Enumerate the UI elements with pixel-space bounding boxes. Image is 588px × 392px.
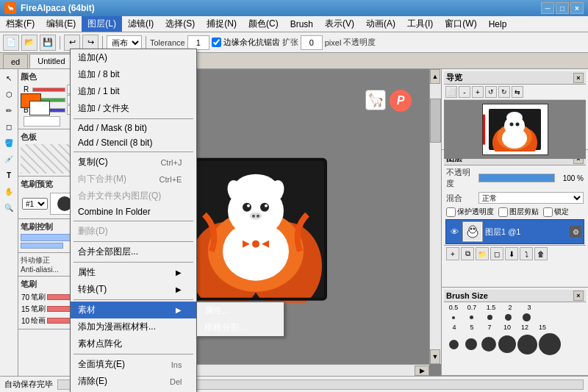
bs-dot-5[interactable] [465,338,477,350]
maximize-button[interactable]: □ [556,2,569,14]
tab-ed[interactable]: ed [3,54,28,68]
menu-view[interactable]: 表示(V) [319,16,360,32]
protect-checkbox[interactable]: 保护透明度 [446,207,494,217]
bs-dot-07[interactable] [470,316,473,319]
close-button[interactable]: × [570,2,584,14]
menu-add-8bit[interactable]: 追加 / 8 bit [71,66,196,83]
layer-delete-btn[interactable]: 🗑 [534,247,548,260]
layer-eye-icon[interactable]: 👁 [448,226,460,238]
bs-dot-15[interactable] [539,333,561,355]
avatar-icon[interactable]: 🦙 [365,90,386,110]
tool-zoom[interactable]: 🔍 [1,200,16,215]
new-button[interactable]: 📄 [3,35,19,51]
menu-copy-layer[interactable]: 复制(C) Ctrl+J [71,154,196,171]
layer-gear-btn[interactable]: ⚙ [570,226,581,238]
menu-help[interactable]: Help [483,16,513,32]
clip-checkbox[interactable]: 图层剪贴 [498,207,539,217]
menu-merge-down[interactable]: 向下合并(M) Ctrl+E [71,171,196,188]
nav-flip-btn[interactable]: ⇆ [512,86,523,98]
menu-add-folder[interactable]: 追加 / 文件夹 [71,100,196,117]
menu-clear[interactable]: 清除(E) Del [71,373,196,390]
tool-pen[interactable]: ✏ [1,103,16,118]
opacity-bar-container[interactable] [478,174,555,182]
menu-add-stencil[interactable]: Add / Stencil (8 bit) [71,135,196,150]
menu-window[interactable]: 窗口(W) [439,16,482,32]
save-button[interactable]: 💾 [40,35,56,51]
tool-eyedropper[interactable]: 💉 [1,152,16,166]
menu-combine-folder[interactable]: Combine In Folder [71,204,196,219]
menu-add-mask[interactable]: Add / Mask (8 bit) [71,121,196,135]
bs-dot-3[interactable] [523,313,531,321]
patreon-icon[interactable]: P [390,90,412,112]
menu-animation[interactable]: 动画(A) [360,16,401,32]
layer-mask-btn[interactable]: ◻ [490,247,503,260]
blend-select[interactable]: 正常 [478,192,584,204]
menu-layer[interactable]: 图层(L) [82,16,122,32]
minimize-button[interactable]: ─ [541,2,554,14]
menu-tools[interactable]: 工具(I) [401,16,439,32]
scroll-down-btn[interactable]: ▼ [430,349,440,364]
submenu-frame-split[interactable]: 框格分割... [197,319,284,336]
layer-item-1[interactable]: 👁 图层1 @1 ⚙ [445,219,584,244]
expand-input[interactable] [301,35,323,50]
menu-delete-layer[interactable]: 删除(D) [71,223,196,240]
menu-add[interactable]: 追加(A) [71,49,196,66]
nav-rotate-left-btn[interactable]: ↺ [485,86,497,98]
bs-dot-4[interactable] [449,340,459,349]
menu-color[interactable]: 颜色(C) [243,16,284,32]
navigator-close-btn[interactable]: × [573,73,584,83]
tool-eraser[interactable]: ◻ [1,119,16,134]
layer-copy-btn[interactable]: ⧉ [461,247,474,260]
menu-merge-folder[interactable]: 合并文件夹内图层(Q) [71,188,196,204]
tab-untitled[interactable]: Untitled [29,54,73,68]
brush-control-bar2[interactable] [21,243,63,249]
canvas-select[interactable]: 画布 [107,35,142,50]
brush-number-select[interactable]: #1 [22,198,48,210]
menu-materialize[interactable]: 素材点阵化 [71,335,196,352]
menu-file[interactable]: 档案(F) [0,16,40,32]
menu-snap[interactable]: 捕捉(N) [201,16,243,32]
tool-lasso[interactable]: ⬡ [1,87,16,101]
layer-new-btn[interactable]: + [446,247,459,260]
menu-select[interactable]: 选择(S) [159,16,201,32]
layer-download-btn[interactable]: ⤵ [520,247,533,260]
scroll-up-btn[interactable]: ▲ [430,69,440,84]
antialiasing-check[interactable] [212,38,221,47]
scroll-right-btn[interactable]: ▶ [415,366,429,376]
v-scroll-thumb[interactable] [430,99,441,143]
bs-dot-12[interactable] [517,335,537,354]
tool-select[interactable]: ↖ [1,71,16,85]
menu-add-1bit[interactable]: 追加 / 1 bit [71,83,196,100]
menu-merge-all[interactable]: 合并全部图层... [71,243,196,260]
open-button[interactable]: 📂 [21,35,37,51]
menu-brush[interactable]: Brush [284,16,319,32]
menu-filter[interactable]: 滤镜(I) [122,16,159,32]
bs-dot-7[interactable] [481,337,496,352]
nav-zoom-out-btn[interactable]: - [459,86,470,98]
bs-dot-15[interactable] [487,315,492,320]
r-bar-container[interactable] [32,88,65,92]
menu-sucai[interactable]: 素材 ▶ 属性... 框格分割... [71,302,196,318]
menu-properties[interactable]: 属性 ▶ [71,264,196,281]
lock-check[interactable] [543,207,553,217]
tolerance-input[interactable] [187,35,209,50]
antialiasing-checkbox[interactable]: 边缘余化抗锯齿 [212,37,280,48]
v-scroll-track[interactable] [430,84,441,349]
menu-edit[interactable]: 编辑(E) [40,16,82,32]
nav-zoom-in-btn[interactable]: + [472,86,484,98]
v-scrollbar[interactable]: ▲ ▼ [429,69,441,364]
background-color[interactable] [29,101,50,115]
submenu-properties[interactable]: 属性... [197,302,284,319]
brush-size-close-btn[interactable]: × [573,291,584,301]
bs-dot-10[interactable] [498,335,516,353]
menu-add-manga-frame[interactable]: 添加为漫画框材料... [71,318,196,335]
tool-move[interactable]: ✋ [1,184,16,199]
clip-check[interactable] [498,207,508,217]
bs-dot-05[interactable] [452,316,455,319]
layer-folder-btn[interactable]: 📁 [476,247,489,260]
menu-transform[interactable]: 转换(T) ▶ [71,281,196,298]
tool-fill[interactable]: 🪣 [1,135,16,150]
bs-dot-2[interactable] [505,314,512,321]
layer-merge-btn[interactable]: ⬇ [505,247,518,260]
hex-input[interactable]: #FFFFFF [24,116,60,126]
